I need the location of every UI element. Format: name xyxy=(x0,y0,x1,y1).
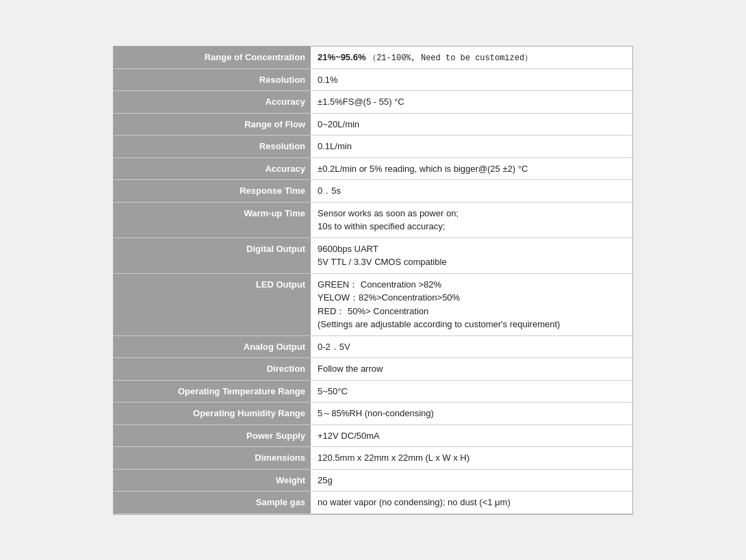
spec-label: Operating Temperature Range xyxy=(114,380,311,403)
table-row: Analog Output0-2．5V xyxy=(114,335,632,358)
spec-label: Range of Concentration xyxy=(114,47,311,69)
spec-label: Direction xyxy=(114,358,311,381)
spec-label: Analog Output xyxy=(114,335,311,358)
table-row: Response Time0．5s xyxy=(114,180,632,203)
spec-label: Weight xyxy=(114,469,311,492)
table-row: Sample gasno water vapor (no condensing)… xyxy=(114,492,632,514)
table-row: Range of Flow0~20L/min xyxy=(114,113,632,136)
spec-label: Range of Flow xyxy=(114,113,311,136)
spec-label: Accuracy xyxy=(114,91,311,114)
spec-value: 0.1% xyxy=(311,68,632,91)
spec-label: Dimensions xyxy=(114,447,311,470)
table-row: Weight25g xyxy=(114,469,632,492)
spec-value: Follow the arrow xyxy=(311,358,632,381)
table-row: Range of Concentration21%~95.6% （21-100%… xyxy=(114,47,632,69)
spec-value: 5～85%RH (non-condensing) xyxy=(311,403,632,425)
spec-label: Accuracy xyxy=(114,157,311,180)
spec-label: LED Output xyxy=(114,273,311,335)
spec-label: Power Supply xyxy=(114,424,311,447)
spec-value: 0.1L/min xyxy=(311,136,632,158)
table-row: Resolution0.1% xyxy=(114,68,632,91)
spec-value: no water vapor (no condensing); no dust … xyxy=(311,492,632,514)
spec-label: Sample gas xyxy=(114,492,311,514)
spec-label: Warm-up Time xyxy=(114,202,311,238)
table-row: Operating Humidity Range5～85%RH (non-con… xyxy=(114,403,632,425)
spec-value: 9600bps UART5V TTL / 3.3V CMOS compatibl… xyxy=(311,238,632,273)
spec-label: Resolution xyxy=(114,136,311,158)
spec-value: 120.5mm x 22mm x 22mm (L x W x H) xyxy=(311,447,632,470)
spec-table: Range of Concentration21%~95.6% （21-100%… xyxy=(113,46,633,515)
table-row: Dimensions120.5mm x 22mm x 22mm (L x W x… xyxy=(114,447,632,470)
table-row: DirectionFollow the arrow xyxy=(114,358,632,381)
spec-label: Response Time xyxy=(114,180,311,203)
table-row: Warm-up TimeSensor works as soon as powe… xyxy=(114,202,632,238)
table-row: Resolution0.1L/min xyxy=(114,136,632,158)
spec-value: 0-2．5V xyxy=(311,335,632,358)
spec-value: 5~50°C xyxy=(311,380,632,403)
table-row: Accuracy±0.2L/min or 5% reading, which i… xyxy=(114,157,632,180)
spec-value: 0~20L/min xyxy=(311,113,632,136)
table-row: Power Supply+12V DC/50mA xyxy=(114,424,632,447)
table-row: LED OutputGREEN： Concentration >82%YELOW… xyxy=(114,273,632,335)
table-row: Operating Temperature Range5~50°C xyxy=(114,380,632,403)
spec-value: 21%~95.6% （21-100%, Need to be customize… xyxy=(311,47,632,69)
spec-value: Sensor works as soon as power on;10s to … xyxy=(311,202,632,238)
spec-value: ±0.2L/min or 5% reading, which is bigger… xyxy=(311,157,632,180)
spec-label: Resolution xyxy=(114,68,311,91)
spec-label: Digital Output xyxy=(114,238,311,273)
spec-value: 25g xyxy=(311,469,632,492)
spec-value: 0．5s xyxy=(311,180,632,203)
table-row: Accuracy±1.5%FS@(5 - 55) °C xyxy=(114,91,632,114)
spec-value: GREEN： Concentration >82%YELOW：82%>Conce… xyxy=(311,273,632,335)
spec-value: +12V DC/50mA xyxy=(311,424,632,447)
spec-value: ±1.5%FS@(5 - 55) °C xyxy=(311,91,632,114)
table-row: Digital Output9600bps UART5V TTL / 3.3V … xyxy=(114,238,632,273)
spec-label: Operating Humidity Range xyxy=(114,403,311,425)
